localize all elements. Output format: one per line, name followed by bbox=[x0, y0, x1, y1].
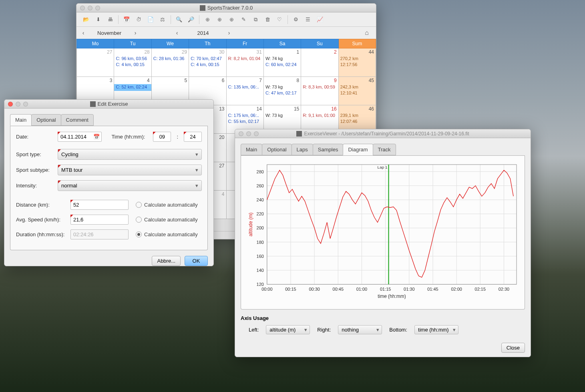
tab-optional[interactable]: Optional bbox=[262, 144, 291, 155]
prev-year-icon[interactable]: ‹ bbox=[174, 30, 180, 36]
tab-comment[interactable]: Comment bbox=[61, 114, 94, 126]
calendar-icon[interactable]: 📅 bbox=[121, 14, 132, 25]
toolbar: 📂 ⬇ 🖶 📅 ⏱ 📄 ⚖ 🔍 🔎 ⊕ ⊕ ⊕ ✎ ⧉ 🗑 ♡ ⚙ ☰ 📈 bbox=[76, 12, 376, 27]
avgspeed-input[interactable] bbox=[70, 215, 129, 225]
distance-label: Distance (km): bbox=[16, 202, 67, 208]
tab-track[interactable]: Track bbox=[373, 144, 396, 155]
calendar-cell[interactable]: 30C: 70 km, 02:47C: 4 km, 00:15 bbox=[189, 48, 226, 77]
day-header: We bbox=[151, 39, 189, 48]
svg-text:01:45: 01:45 bbox=[427, 287, 438, 291]
add-note-icon[interactable]: ⊕ bbox=[214, 14, 225, 25]
calendar-cell[interactable]: 2 bbox=[301, 48, 338, 77]
calendar-sum-cell: 45242,3 km12:10:41 bbox=[338, 77, 376, 105]
sport-type-combo[interactable]: Cycling bbox=[58, 149, 202, 160]
duration-input[interactable] bbox=[70, 229, 129, 239]
calc-distance-radio[interactable]: Calculate automatically bbox=[136, 202, 198, 208]
ok-button[interactable]: OK bbox=[185, 256, 208, 266]
zoom-light[interactable] bbox=[95, 6, 100, 10]
sport-subtype-combo[interactable]: MTB tour bbox=[58, 165, 202, 175]
sport-subtype-label: Sport subtype: bbox=[16, 167, 54, 173]
edit-exercise-dialog: Edit Exercise Main Optional Comment Date… bbox=[4, 99, 214, 266]
svg-text:240: 240 bbox=[257, 197, 264, 202]
tab-optional[interactable]: Optional bbox=[31, 114, 61, 126]
minimize-light[interactable] bbox=[16, 102, 20, 107]
app-icon bbox=[200, 5, 205, 11]
tab-diagram[interactable]: Diagram bbox=[343, 144, 373, 155]
open-icon[interactable]: 📂 bbox=[80, 14, 92, 25]
copy-icon[interactable]: ⧉ bbox=[250, 14, 261, 25]
day-header: Th bbox=[189, 39, 226, 48]
calendar-picker-icon[interactable]: 📅 bbox=[93, 134, 100, 140]
next-month-icon[interactable]: › bbox=[133, 30, 138, 36]
svg-text:220: 220 bbox=[257, 211, 264, 216]
calendar-cell[interactable]: 28C: 96 km, 03:56C: 4 km, 00:15 bbox=[114, 48, 151, 77]
calc-duration-radio[interactable]: Calculate automatically bbox=[136, 231, 198, 237]
calendar-cell[interactable]: 27 bbox=[77, 48, 114, 77]
window-title: SportsTracker 7.0.0 bbox=[76, 5, 376, 11]
calendar-cell[interactable]: 29C: 28 km, 01:36 bbox=[151, 48, 189, 77]
calendar-sum-cell: 44270,2 km12:17:56 bbox=[338, 48, 376, 77]
svg-text:160: 160 bbox=[257, 254, 264, 259]
delete-icon[interactable]: 🗑 bbox=[262, 14, 273, 25]
close-button[interactable]: Close bbox=[501, 343, 525, 353]
minimize-light[interactable] bbox=[246, 131, 251, 136]
close-light[interactable] bbox=[239, 131, 243, 136]
heart-icon[interactable]: ♡ bbox=[274, 14, 285, 25]
print-icon[interactable]: 🖶 bbox=[105, 14, 116, 25]
note-icon[interactable]: 📄 bbox=[145, 14, 156, 25]
day-header: Mo bbox=[77, 39, 114, 48]
exercise-viewer-window: ExerciseViewer - /Users/stefan/Training/… bbox=[235, 129, 531, 357]
tab-main[interactable]: Main bbox=[10, 114, 32, 126]
viewer-title: ExerciseViewer - /Users/stefan/Training/… bbox=[235, 131, 531, 137]
add-weight-icon[interactable]: ⊕ bbox=[226, 14, 237, 25]
tab-laps[interactable]: Laps bbox=[291, 144, 313, 155]
save-icon[interactable]: ⬇ bbox=[92, 14, 104, 25]
svg-text:260: 260 bbox=[257, 183, 264, 188]
svg-text:200: 200 bbox=[257, 225, 264, 230]
axis-bottom-combo[interactable]: time (hh:mm) bbox=[414, 325, 458, 334]
calendar-cell[interactable]: 9R: 8,3 km, 00:59 bbox=[301, 77, 338, 105]
calendar-cell[interactable]: 7C: 135 km, 06:.. bbox=[226, 77, 263, 105]
titlebar[interactable]: ExerciseViewer - /Users/stefan/Training/… bbox=[235, 129, 531, 138]
altitude-chart[interactable]: 12014016018020022024026028000:0000:1500:… bbox=[245, 160, 521, 305]
calendar-cell[interactable]: 8W: 73 kgC: 47 km, 02:17 bbox=[263, 77, 301, 105]
stopwatch-icon[interactable]: ⏱ bbox=[133, 14, 144, 25]
zoom-out-icon[interactable]: 🔎 bbox=[185, 14, 197, 25]
svg-text:01:00: 01:00 bbox=[356, 287, 367, 291]
svg-text:altitude (m): altitude (m) bbox=[248, 213, 253, 237]
prev-month-icon[interactable]: ‹ bbox=[80, 30, 86, 36]
viewer-tabbar: MainOptionalLapsSamplesDiagramTrack bbox=[241, 144, 525, 156]
minimize-light[interactable] bbox=[88, 6, 92, 10]
add-exercise-icon[interactable]: ⊕ bbox=[202, 14, 213, 25]
axis-left-combo[interactable]: altitude (m) bbox=[266, 325, 310, 334]
stats-icon[interactable]: ☰ bbox=[302, 14, 314, 25]
tab-samples[interactable]: Samples bbox=[313, 144, 344, 155]
calc-speed-radio[interactable]: Calculate automatically bbox=[136, 217, 198, 223]
axis-right-combo[interactable]: nothing bbox=[338, 325, 382, 334]
weight-icon[interactable]: ⚖ bbox=[157, 14, 168, 25]
date-label: Date: bbox=[16, 134, 54, 140]
zoom-light[interactable] bbox=[23, 102, 28, 107]
close-light[interactable] bbox=[8, 102, 13, 107]
home-icon[interactable]: ⌂ bbox=[365, 29, 369, 36]
titlebar[interactable]: Edit Exercise bbox=[4, 100, 213, 109]
abbrechen-button[interactable]: Abbre... bbox=[152, 256, 181, 266]
next-year-icon[interactable]: › bbox=[226, 30, 232, 36]
calendar-cell[interactable]: 31R: 8,2 km, 01:04 bbox=[226, 48, 263, 77]
chart-icon[interactable]: 📈 bbox=[314, 14, 326, 25]
intensity-combo[interactable]: normal bbox=[58, 180, 202, 191]
svg-text:120: 120 bbox=[257, 282, 264, 287]
gear-icon[interactable]: ⚙ bbox=[290, 14, 302, 25]
day-header: Sum bbox=[338, 39, 376, 48]
search-icon[interactable]: 🔍 bbox=[173, 14, 185, 25]
zoom-light[interactable] bbox=[254, 131, 259, 136]
edit-icon[interactable]: ✎ bbox=[238, 14, 249, 25]
svg-text:00:15: 00:15 bbox=[285, 287, 296, 291]
traffic-lights bbox=[80, 6, 100, 10]
titlebar[interactable]: SportsTracker 7.0.0 bbox=[76, 4, 376, 12]
tab-main[interactable]: Main bbox=[241, 144, 262, 155]
svg-text:01:30: 01:30 bbox=[404, 287, 414, 291]
calendar-cell[interactable]: 1W: 74 kgC: 60 km, 02:24 bbox=[263, 48, 301, 77]
close-light[interactable] bbox=[80, 6, 85, 10]
distance-input[interactable] bbox=[70, 200, 129, 210]
